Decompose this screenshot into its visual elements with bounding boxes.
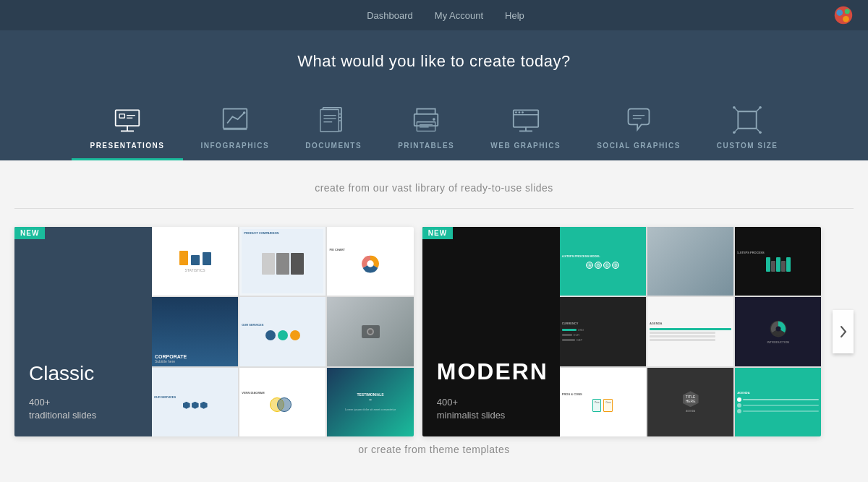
mini-slide-venn: VENN DIAGRAM (239, 368, 326, 436)
main-content: create from our vast library of ready-to… (0, 160, 868, 477)
svg-point-11 (243, 111, 246, 114)
svg-point-29 (515, 111, 517, 113)
svg-point-24 (433, 118, 435, 121)
modern-template-card[interactable]: NEW MODERN 400+minimalist slides 4-STEPS… (422, 227, 822, 436)
next-arrow[interactable] (833, 310, 854, 353)
template-cards-wrapper: NEW Classic 400+traditional slides STATI… (14, 227, 854, 436)
section-subtitle-1: create from our vast library of ready-to… (14, 182, 854, 194)
tab-social-graphics-label: SOCIAL GRAPHICS (597, 142, 681, 150)
mini-slide-m6: INTRODUCTION (735, 297, 821, 366)
classic-slide-count: 400+traditional slides (29, 396, 137, 422)
tab-custom-size-label: CUSTOM SIZE (717, 142, 778, 150)
svg-point-3 (843, 16, 849, 22)
tab-printables[interactable]: PRINTABLES (380, 92, 472, 160)
svg-point-31 (522, 111, 524, 113)
svg-point-46 (367, 260, 373, 267)
main-question: What would you like to create today? (0, 52, 868, 71)
svg-point-43 (733, 131, 736, 134)
mini-slide-m8: TITLEHERE AGENDA (647, 368, 733, 436)
mini-slide-camera (327, 297, 413, 366)
section-subtitle-2: or create from theme templates (14, 444, 854, 455)
svg-point-1 (836, 9, 843, 16)
classic-card-info: Classic 400+traditional slides (14, 227, 152, 436)
tab-printables-label: PRINTABLES (398, 142, 454, 150)
modern-card-info: MODERN 400+minimalist slides (422, 227, 560, 436)
tab-documents-label: DOCUMENTS (305, 142, 362, 150)
section-divider (14, 208, 854, 209)
tab-infographics[interactable]: INFOGRAPHICS (183, 92, 288, 160)
mini-slide-stats: STATISTICS (152, 227, 238, 296)
mini-slide-corporate: CORPORATE Subtitle here (152, 297, 238, 366)
svg-point-41 (733, 106, 736, 109)
svg-point-30 (518, 111, 520, 113)
svg-rect-7 (119, 113, 124, 117)
visme-logo (833, 5, 854, 25)
web-graphics-icon (508, 103, 544, 136)
modern-card-title: MODERN (437, 358, 545, 385)
svg-rect-27 (514, 110, 538, 127)
mini-slide-m2 (647, 227, 733, 296)
mini-slide-m7: PROS & CONS Pros Cons (560, 368, 646, 436)
mini-slide-m5: AGENDA (647, 297, 733, 366)
mini-slide-services3: OUR SERVICES (152, 368, 238, 436)
mini-slide-m4: CURRENCY USD EUR (560, 297, 646, 366)
visme-logo-icon (833, 5, 854, 25)
svg-point-48 (775, 327, 780, 332)
mini-slide-m3: 5-STEPS PROCESS (735, 227, 821, 296)
tab-presentations-label: PRESENTATIONS (90, 142, 164, 150)
svg-point-44 (759, 131, 762, 134)
modern-card-slides: 4-STEPS PROCESS MODEL A B C D 5-STEPS (560, 227, 822, 436)
svg-point-2 (845, 9, 850, 14)
header-section: What would you like to create today? PRE… (0, 30, 868, 160)
svg-point-0 (835, 7, 853, 25)
custom-size-icon (729, 103, 765, 136)
svg-point-42 (759, 106, 762, 109)
chevron-right-icon (840, 325, 847, 338)
mini-slide-testimonials: TESTIMONIALS " Lorem ipsum dolor sit ame… (327, 368, 413, 436)
mini-slide-m1: 4-STEPS PROCESS MODEL A B C D (560, 227, 646, 296)
svg-rect-36 (739, 111, 757, 129)
classic-card-slides: STATISTICS PRODUCT COMPARISON (152, 227, 414, 436)
category-tabs: PRESENTATIONS INFOGRAPHICS (0, 92, 868, 160)
mini-slide-m9: AGENDA (735, 368, 821, 436)
mini-slide-product: PRODUCT COMPARISON (239, 227, 326, 296)
tab-custom-size[interactable]: CUSTOM SIZE (699, 92, 796, 160)
modern-slide-count: 400+minimalist slides (437, 396, 545, 422)
tab-web-graphics-label: WEB GRAPHICS (490, 142, 561, 150)
printables-icon (408, 103, 444, 136)
infographics-icon (217, 103, 253, 136)
social-graphics-icon (621, 103, 657, 136)
nav-dashboard[interactable]: Dashboard (367, 10, 413, 21)
classic-template-card[interactable]: NEW Classic 400+traditional slides STATI… (14, 227, 414, 436)
classic-card-title: Classic (29, 362, 137, 385)
nav-links: Dashboard My Account Help (58, 10, 833, 21)
svg-rect-18 (320, 109, 339, 132)
top-nav: Dashboard My Account Help (0, 0, 868, 30)
mini-slide-services: OUR SERVICES (239, 297, 326, 366)
tab-presentations[interactable]: PRESENTATIONS (72, 92, 182, 160)
classic-new-badge: NEW (14, 227, 45, 239)
tab-social-graphics[interactable]: SOCIAL GRAPHICS (579, 92, 699, 160)
nav-my-account[interactable]: My Account (435, 10, 483, 21)
tab-infographics-label: INFOGRAPHICS (201, 142, 270, 150)
nav-help[interactable]: Help (505, 10, 524, 21)
modern-new-badge: NEW (422, 227, 453, 239)
presentations-icon (109, 103, 145, 136)
mini-slide-pie: PIE CHART (327, 227, 413, 296)
documents-icon (315, 103, 352, 136)
tab-documents[interactable]: DOCUMENTS (287, 92, 380, 160)
tab-web-graphics[interactable]: WEB GRAPHICS (472, 92, 579, 160)
